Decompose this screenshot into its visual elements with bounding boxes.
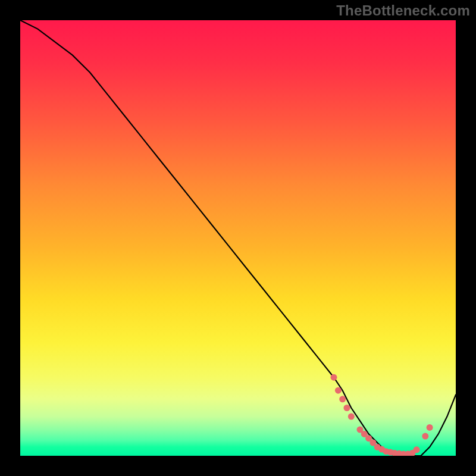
chart-svg [20, 20, 456, 456]
minimum-point [427, 424, 433, 431]
minimum-point [339, 396, 346, 402]
chart-frame: TheBottleneck.com [0, 0, 476, 476]
minimum-point [335, 387, 342, 394]
bottleneck-curve-path [20, 20, 456, 456]
watermark-text: TheBottleneck.com [336, 2, 470, 19]
minimum-points-group [331, 374, 433, 456]
minimum-point [344, 405, 350, 411]
minimum-point [414, 446, 420, 453]
plot-area [20, 20, 456, 456]
minimum-point [331, 374, 337, 381]
minimum-point [422, 433, 428, 440]
minimum-point [348, 414, 355, 420]
